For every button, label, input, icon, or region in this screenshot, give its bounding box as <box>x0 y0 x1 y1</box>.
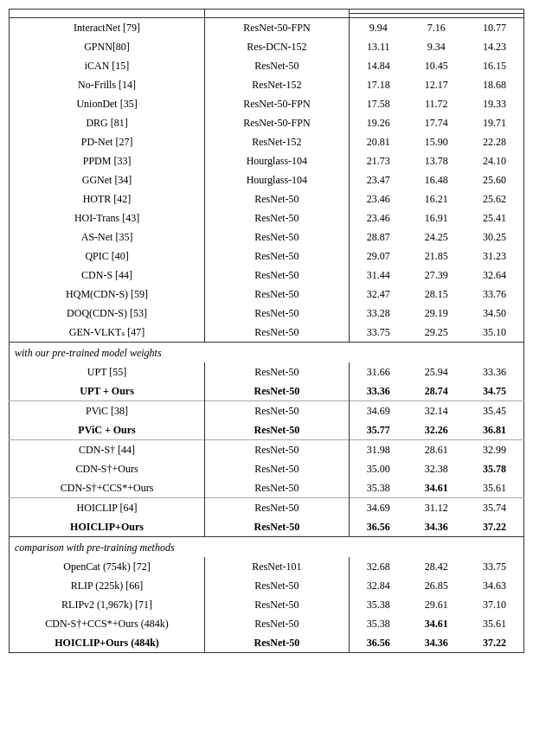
full-cell: 32.47 <box>349 285 408 304</box>
method-cell: HOTR [42] <box>10 189 205 208</box>
table-row: PD-Net [27]ResNet-15220.8115.9022.28 <box>10 132 524 151</box>
non-rare-cell: 35.78 <box>466 459 524 478</box>
rare-cell: 16.48 <box>408 170 466 189</box>
backbone-cell: ResNet-101 <box>205 557 350 576</box>
backbone-cell: ResNet-50 <box>205 208 350 227</box>
full-cell: 23.46 <box>349 189 408 208</box>
backbone-cell: ResNet-50 <box>205 381 350 401</box>
rare-cell: 12.17 <box>408 75 466 94</box>
table-row: GEN-VLKTₛ [47]ResNet-5033.7529.2535.10 <box>10 323 524 343</box>
table-row: DRG [81]ResNet-50-FPN19.2617.7419.71 <box>10 113 524 132</box>
backbone-cell: ResNet-50 <box>205 459 350 478</box>
backbone-cell: ResNet-50 <box>205 420 350 440</box>
table-row: HOICLIP+Ours (484k)ResNet-5036.5634.3637… <box>10 633 524 653</box>
table-row: UPT [55]ResNet-5031.6625.9433.36 <box>10 362 524 381</box>
backbone-cell: ResNet-50 <box>205 633 350 653</box>
table-row: GPNN[80]Res-DCN-15213.119.3414.23 <box>10 37 524 56</box>
backbone-cell: ResNet-50 <box>205 517 350 537</box>
rare-cell: 28.15 <box>408 285 466 304</box>
method-cell: InteractNet [79] <box>10 18 205 38</box>
table-row: HQM(CDN-S) [59]ResNet-5032.4728.1533.76 <box>10 285 524 304</box>
rare-cell: 21.85 <box>408 247 466 266</box>
method-cell: HOI-Trans [43] <box>10 208 205 227</box>
method-cell: OpenCat (754k) [72] <box>10 557 205 576</box>
backbone-cell: ResNet-50-FPN <box>205 94 350 113</box>
non-rare-cell: 32.99 <box>466 440 524 459</box>
full-cell: 31.44 <box>349 266 408 285</box>
non-rare-cell: 19.71 <box>466 113 524 132</box>
table-row: CDN-S†+CCS*+Ours (484k)ResNet-5035.3834.… <box>10 614 524 633</box>
non-rare-cell: 34.75 <box>466 381 524 401</box>
backbone-cell: ResNet-50 <box>205 285 350 304</box>
rare-cell: 26.85 <box>408 576 466 595</box>
backbone-cell: ResNet-50 <box>205 56 350 75</box>
backbone-cell: ResNet-152 <box>205 75 350 94</box>
full-cell: 36.56 <box>349 517 408 537</box>
method-cell: iCAN [15] <box>10 56 205 75</box>
backbone-cell: ResNet-50 <box>205 362 350 381</box>
full-cell: 35.77 <box>349 420 408 440</box>
non-rare-cell: 22.28 <box>466 132 524 151</box>
backbone-cell: ResNet-50 <box>205 498 350 517</box>
rare-cell: 34.36 <box>408 517 466 537</box>
full-cell: 9.94 <box>349 18 408 38</box>
non-rare-cell: 25.41 <box>466 208 524 227</box>
method-cell: CDN-S†+Ours <box>10 459 205 478</box>
backbone-cell: ResNet-50 <box>205 323 350 343</box>
non-rare-cell: 25.60 <box>466 170 524 189</box>
methods-header <box>10 10 205 18</box>
rare-cell: 16.21 <box>408 189 466 208</box>
rare-cell: 32.14 <box>408 401 466 420</box>
table-row: HOI-Trans [43]ResNet-5023.4616.9125.41 <box>10 208 524 227</box>
full-cell: 32.84 <box>349 576 408 595</box>
rare-cell: 28.61 <box>408 440 466 459</box>
rare-cell: 25.94 <box>408 362 466 381</box>
full-cell: 31.98 <box>349 440 408 459</box>
rare-cell: 11.72 <box>408 94 466 113</box>
table-body: InteractNet [79]ResNet-50-FPN9.947.1610.… <box>10 18 524 653</box>
full-cell: 13.11 <box>349 37 408 56</box>
non-rare-cell: 35.10 <box>466 323 524 343</box>
section-label-row: with our pre-trained model weights <box>10 343 524 363</box>
backbone-cell: ResNet-50 <box>205 247 350 266</box>
full-cell: 35.00 <box>349 459 408 478</box>
method-cell: No-Frills [14] <box>10 75 205 94</box>
full-cell: 23.47 <box>349 170 408 189</box>
full-cell: 17.58 <box>349 94 408 113</box>
method-cell: HQM(CDN-S) [59] <box>10 285 205 304</box>
rare-cell: 27.39 <box>408 266 466 285</box>
method-cell: CDN-S†+CCS*+Ours (484k) <box>10 614 205 633</box>
results-table: InteractNet [79]ResNet-50-FPN9.947.1610.… <box>9 9 524 653</box>
non-rare-cell: 37.22 <box>466 517 524 537</box>
full-cell: 36.56 <box>349 633 408 653</box>
method-cell: PViC + Ours <box>10 420 205 440</box>
rare-cell: 15.90 <box>408 132 466 151</box>
section-label-row: comparison with pre-training methods <box>10 537 524 558</box>
non-rare-cell: 36.81 <box>466 420 524 440</box>
non-rare-cell: 34.50 <box>466 304 524 323</box>
rare-cell: 29.19 <box>408 304 466 323</box>
table-row: QPIC [40]ResNet-5029.0721.8531.23 <box>10 247 524 266</box>
non-rare-cell: 37.10 <box>466 595 524 614</box>
rare-cell: 9.34 <box>408 37 466 56</box>
rare-cell: 17.74 <box>408 113 466 132</box>
backbone-cell: ResNet-50 <box>205 304 350 323</box>
method-cell: CDN-S† [44] <box>10 440 205 459</box>
method-cell: CDN-S [44] <box>10 266 205 285</box>
method-cell: HOICLIP+Ours <box>10 517 205 537</box>
rare-cell: 32.38 <box>408 459 466 478</box>
rare-cell: 16.91 <box>408 208 466 227</box>
full-cell: 32.68 <box>349 557 408 576</box>
rare-cell: 34.61 <box>408 614 466 633</box>
method-cell: HOICLIP [64] <box>10 498 205 517</box>
backbone-cell: ResNet-50-FPN <box>205 18 350 38</box>
method-cell: UPT [55] <box>10 362 205 381</box>
method-cell: DOQ(CDN-S) [53] <box>10 304 205 323</box>
full-cell: 20.81 <box>349 132 408 151</box>
rare-cell: 29.25 <box>408 323 466 343</box>
rare-cell: 28.74 <box>408 381 466 401</box>
backbone-cell: ResNet-50 <box>205 189 350 208</box>
rare-cell: 7.16 <box>408 18 466 38</box>
method-cell: GEN-VLKTₛ [47] <box>10 323 205 343</box>
backbone-cell: ResNet-50 <box>205 478 350 498</box>
